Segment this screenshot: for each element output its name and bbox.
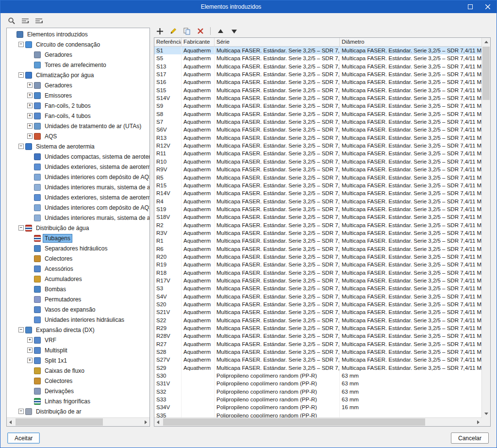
expand-tree-button[interactable] (34, 17, 43, 25)
table-row[interactable]: S28AquathermMulticapa FASER. Estándar. S… (154, 348, 482, 356)
table-row[interactable]: R10AquathermMulticapa FASER. Estándar. S… (154, 158, 482, 166)
table-row[interactable]: S17AquathermMulticapa FASER. Estándar. S… (154, 70, 482, 78)
table-row[interactable]: S9AquathermMulticapa FASER. Estándar. Se… (154, 102, 482, 110)
table-row[interactable]: S21VAquathermMulticapa FASER. Estándar. … (154, 308, 482, 316)
column-header-fabricante[interactable]: Fabricante (182, 38, 215, 46)
close-button[interactable] (479, 0, 497, 13)
collapse-node-icon[interactable]: − (18, 327, 24, 332)
expand-node-icon[interactable]: + (27, 83, 33, 88)
accept-button[interactable]: Aceitar (7, 432, 40, 444)
table-row[interactable]: S14VAquathermMulticapa FASER. Estándar. … (154, 94, 482, 102)
table-row[interactable]: R12VAquathermMulticapa FASER. Estándar. … (154, 142, 482, 149)
table-row[interactable]: S29AquathermMulticapa FASER. Estándar. S… (154, 364, 482, 372)
table-horizontal-scrollbar[interactable] (154, 417, 482, 426)
table-row[interactable]: R28VAquathermMulticapa FASER. Estándar. … (154, 332, 482, 340)
table-row[interactable]: S4VAquathermMulticapa FASER. Estándar. S… (154, 293, 482, 300)
tree-item[interactable]: −Expansão directa (DX) (7, 325, 149, 335)
table-row[interactable]: S15AquathermMulticapa FASER. Estándar. S… (154, 86, 482, 94)
table-row[interactable]: S34VPolipropileno copolímero random (PP-… (154, 403, 482, 411)
tree-item[interactable]: Permutadores (7, 294, 149, 304)
tree-item[interactable]: Tubagens (7, 233, 149, 243)
table-row[interactable]: S6VAquathermMulticapa FASER. Estándar. S… (154, 126, 482, 133)
maximize-button[interactable] (462, 0, 479, 13)
tree-item[interactable]: −Sistema de aerotermia (7, 141, 149, 151)
tree-item[interactable]: Unidades compactas, sistema de aerotermi… (7, 151, 149, 162)
tree-item[interactable]: +Unidades de tratamento de ar (UTAs) (7, 121, 149, 131)
tree-item[interactable]: Unidades interiores com depósito de AQS,… (7, 202, 149, 213)
table-row[interactable]: S20AquathermMulticapa FASER. Estándar. S… (154, 300, 482, 308)
tree-item[interactable]: Colectores (7, 376, 149, 386)
tree-item[interactable]: +AQS (7, 131, 149, 141)
table-row[interactable]: R6AquathermMulticapa FASER. Estándar. Se… (154, 245, 482, 253)
table-row[interactable]: R20AquathermMulticapa FASER. Estándar. S… (154, 253, 482, 261)
tree-item[interactable]: Linhas frigoríficas (7, 396, 149, 406)
tree-item[interactable]: Geradores (7, 50, 149, 60)
expand-node-icon[interactable]: + (27, 113, 33, 118)
table-row[interactable]: R14VAquathermMulticapa FASER. Estándar. … (154, 189, 482, 197)
table-row[interactable]: R18AquathermMulticapa FASER. Estándar. S… (154, 269, 482, 277)
search-button[interactable] (7, 17, 16, 25)
add-button[interactable] (155, 26, 165, 36)
column-header-serie[interactable]: Série (215, 38, 340, 46)
scroll-right-arrow-icon[interactable] (145, 420, 147, 424)
expand-node-icon[interactable]: + (27, 358, 33, 363)
table-row[interactable]: R19AquathermMulticapa FASER. Estándar. S… (154, 261, 482, 268)
collapse-tree-button[interactable] (21, 17, 30, 25)
collapse-node-icon[interactable]: − (18, 42, 24, 47)
cancel-button[interactable]: Cancelar (451, 432, 489, 444)
table-row[interactable]: R1AquathermMulticapa FASER. Estándar. Se… (154, 237, 482, 245)
expand-node-icon[interactable]: + (27, 103, 33, 108)
expand-node-icon[interactable]: + (27, 337, 33, 343)
tree-item[interactable]: +Emissores (7, 90, 149, 100)
tree-hscroll-thumb[interactable] (16, 418, 103, 426)
tree-item[interactable]: Caixas de fluxo (7, 365, 149, 376)
scroll-right-arrow-icon[interactable] (477, 420, 480, 424)
collapse-node-icon[interactable]: − (18, 409, 24, 414)
table-row[interactable]: S27VAquathermMulticapa FASER. Estándar. … (154, 356, 482, 364)
move-up-button[interactable] (215, 26, 225, 36)
table-row[interactable]: R29AquathermMulticapa FASER. Estándar. S… (154, 324, 482, 332)
table-vertical-scrollbar[interactable] (481, 38, 490, 418)
table-vscroll-thumb[interactable] (482, 47, 490, 100)
table-row[interactable]: S8AquathermMulticapa FASER. Estándar. Se… (154, 110, 482, 118)
tree-item[interactable]: +Split 1x1 (7, 355, 149, 365)
move-down-button[interactable] (229, 26, 239, 36)
table-row[interactable]: S22AquathermMulticapa FASER. Estándar. S… (154, 316, 482, 324)
table-row[interactable]: S19AquathermMulticapa FASER. Estándar. S… (154, 205, 482, 213)
table-row[interactable]: S1AquathermMulticapa FASER. Estándar. Se… (154, 47, 482, 54)
tree-item[interactable]: Unidades exteriores, sistema de aeroterm… (7, 192, 149, 202)
tree-item[interactable]: Unidades interiores murais, sistema de a… (7, 182, 149, 192)
table-row[interactable]: R4AquathermMulticapa FASER. Estándar. Se… (154, 198, 482, 205)
table-row[interactable]: S5AquathermMulticapa FASER. Estándar. Se… (154, 54, 482, 62)
table-row[interactable]: R5AquathermMulticapa FASER. Estándar. Se… (154, 174, 482, 182)
table-row[interactable]: S13AquathermMulticapa FASER. Estándar. S… (154, 63, 482, 70)
table-row[interactable]: R17VAquathermMulticapa FASER. Estándar. … (154, 277, 482, 284)
table-row[interactable]: R27AquathermMulticapa FASER. Estándar. S… (154, 340, 482, 348)
table-row[interactable]: S7AquathermMulticapa FASER. Estándar. Se… (154, 118, 482, 126)
delete-button[interactable] (196, 26, 205, 36)
edit-button[interactable] (168, 26, 178, 36)
scroll-up-arrow-icon[interactable] (484, 41, 488, 43)
tree-item[interactable]: +VRF (7, 335, 149, 345)
tree-item[interactable]: Colectores (7, 253, 149, 264)
tree-item[interactable]: Vasos de expansão (7, 304, 149, 315)
expand-node-icon[interactable]: + (27, 93, 33, 98)
table-row[interactable]: S16AquathermMulticapa FASER. Estándar. S… (154, 78, 482, 86)
tree-item[interactable]: Acessórios (7, 264, 149, 274)
tree-item[interactable]: Torres de arrefecimento (7, 60, 149, 70)
tree-item[interactable]: Acumuladores (7, 274, 149, 284)
expand-node-icon[interactable]: + (27, 348, 33, 353)
table-row[interactable]: R13AquathermMulticapa FASER. Estándar. S… (154, 134, 482, 142)
tree-horizontal-scrollbar[interactable] (7, 417, 149, 426)
tree-item[interactable]: −Distribuição de ar (7, 406, 149, 416)
expand-node-icon[interactable]: + (27, 123, 33, 129)
tree-item[interactable]: Bombas (7, 284, 149, 294)
tree-item[interactable]: Unidades interiores hidráulicas (7, 315, 149, 325)
table-row[interactable]: R15AquathermMulticapa FASER. Estándar. S… (154, 182, 482, 189)
collapse-node-icon[interactable]: − (18, 225, 24, 231)
tree-item[interactable]: Unidades interiores murais, sistema de a… (7, 213, 149, 223)
scroll-left-arrow-icon[interactable] (9, 420, 12, 424)
tree-item[interactable]: +Geradores (7, 80, 149, 90)
tree-item[interactable]: +Multisplit (7, 345, 149, 355)
tree-item[interactable]: Derivações (7, 386, 149, 396)
